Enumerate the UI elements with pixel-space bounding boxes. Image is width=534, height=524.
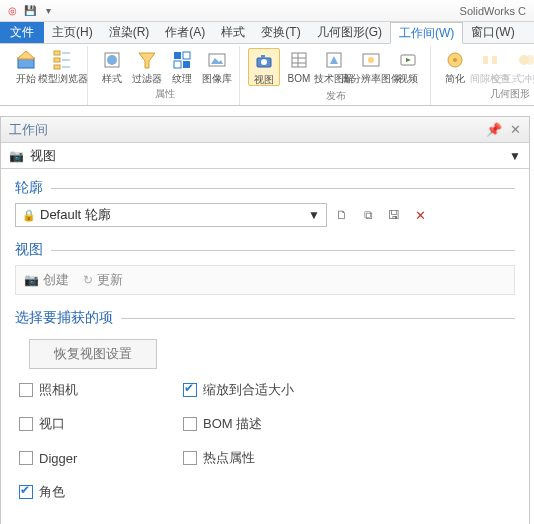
svg-marker-10: [139, 53, 155, 68]
ribbon-btn-model-browser[interactable]: 模型浏览器: [45, 48, 81, 84]
view-create-label: 创建: [43, 271, 69, 289]
menu-render[interactable]: 渲染(R): [101, 22, 158, 43]
svg-rect-13: [174, 61, 181, 68]
ribbon-btn-gallery[interactable]: 图像库: [201, 48, 233, 84]
section-capture-title: 选择要捕获的项: [15, 309, 113, 327]
tech-icon: [322, 48, 346, 72]
simplify-icon: [443, 48, 467, 72]
menu-home[interactable]: 主页(H): [44, 22, 101, 43]
gap-icon: [478, 48, 502, 72]
check-camera[interactable]: 照相机: [19, 381, 169, 399]
view-update-button[interactable]: ↻ 更新: [83, 271, 123, 289]
panel-mode-dropdown[interactable]: 📷 视图 ▼: [1, 143, 529, 169]
viewport-checkbox[interactable]: [19, 417, 33, 431]
svg-rect-20: [292, 53, 306, 67]
ribbon-btn-bom[interactable]: BOM: [283, 48, 315, 86]
workshop-panel: 工作间 📌 ✕ 📷 视图 ▼ 轮廓 🔒 Default 轮廓 ▼ 🗋 ⧉: [0, 116, 530, 524]
restore-view-button[interactable]: 恢复视图设置: [29, 339, 157, 369]
ribbon-group-publish: 视图 BOM 技术图解 高分辨率图像 视频 发布: [242, 46, 431, 105]
ribbon-btn-texture[interactable]: 纹理: [166, 48, 198, 84]
menu-author[interactable]: 作者(A): [157, 22, 213, 43]
bom-icon: [287, 48, 311, 72]
ribbon-group-title: 几何图形: [490, 87, 530, 101]
svg-point-27: [368, 57, 374, 63]
outline-select[interactable]: 🔒 Default 轮廓 ▼: [15, 203, 327, 227]
app-icon[interactable]: ◎: [4, 3, 20, 19]
qat-save-icon[interactable]: 💾: [22, 3, 38, 19]
style-icon: [100, 48, 124, 72]
color-checkbox[interactable]: [19, 485, 33, 499]
bom-desc-checkbox[interactable]: [183, 417, 197, 431]
camera-icon: 📷: [9, 149, 24, 163]
svg-rect-4: [54, 65, 60, 69]
camera-checkbox[interactable]: [19, 383, 33, 397]
svg-rect-33: [492, 56, 497, 64]
ribbon-btn-style[interactable]: 样式: [96, 48, 128, 84]
ribbon: 开始 模型浏览器 样式 过滤器 纹理 图: [0, 44, 534, 106]
svg-marker-1: [17, 51, 35, 59]
home-icon: [14, 48, 38, 72]
ribbon-btn-view[interactable]: 视图: [248, 48, 280, 86]
svg-marker-25: [330, 56, 338, 64]
digger-checkbox[interactable]: [19, 451, 33, 465]
check-color[interactable]: 角色: [19, 483, 169, 501]
svg-point-9: [107, 55, 117, 65]
delete-icon[interactable]: ✕: [409, 204, 431, 226]
svg-rect-14: [183, 61, 190, 68]
title-bar: ◎ 💾 ▾ SolidWorks C: [0, 0, 534, 22]
panel-title: 工作间: [9, 121, 48, 139]
ribbon-btn-hires[interactable]: 高分辨率图像: [353, 48, 389, 86]
outline-selected-text: Default 轮廓: [40, 206, 308, 224]
section-view: 视图 📷 创建 ↻ 更新: [15, 241, 515, 295]
svg-rect-2: [54, 51, 60, 55]
divider: [121, 318, 515, 319]
menu-geometry[interactable]: 几何图形(G): [309, 22, 390, 43]
ribbon-btn-filter[interactable]: 过滤器: [131, 48, 163, 84]
section-outline: 轮廓 🔒 Default 轮廓 ▼ 🗋 ⧉ 🖫 ✕: [15, 179, 515, 227]
pin-icon[interactable]: 📌: [486, 122, 502, 137]
chevron-down-icon: ▼: [509, 149, 521, 163]
panel-body: 轮廓 🔒 Default 轮廓 ▼ 🗋 ⧉ 🖫 ✕ 视图: [1, 169, 529, 524]
ribbon-group-properties: 样式 过滤器 纹理 图像库 属性: [90, 46, 240, 105]
ribbon-group-title: 发布: [326, 89, 346, 103]
hotspot-checkbox[interactable]: [183, 451, 197, 465]
svg-point-18: [261, 59, 267, 65]
panel-header: 工作间 📌 ✕: [1, 117, 529, 143]
section-outline-title: 轮廓: [15, 179, 43, 197]
menu-style[interactable]: 样式: [213, 22, 253, 43]
ribbon-btn-collision[interactable]: 交互式冲突检测: [509, 48, 534, 84]
video-icon: [396, 48, 420, 72]
menu-file[interactable]: 文件: [0, 22, 44, 43]
check-bom-desc[interactable]: BOM 描述: [183, 415, 515, 433]
section-capture: 选择要捕获的项 恢复视图设置 照相机 缩放到合适大小 视口 BOM 描述 Dig…: [15, 309, 515, 501]
collision-icon: [515, 48, 534, 72]
view-update-label: 更新: [97, 271, 123, 289]
view-create-button[interactable]: 📷 创建: [24, 271, 69, 289]
texture-icon: [170, 48, 194, 72]
check-digger[interactable]: Digger: [19, 449, 169, 467]
ribbon-btn-video[interactable]: 视频: [392, 48, 424, 86]
app-name: SolidWorks C: [460, 5, 530, 17]
camera-small-icon: 📷: [24, 273, 39, 287]
ribbon-btn-simplify[interactable]: 简化: [439, 48, 471, 84]
ribbon-group-geometry: 简化 间隙检查 交互式冲突检测 路径规划 几何图形: [433, 46, 534, 105]
view-commands: 📷 创建 ↻ 更新: [15, 265, 515, 295]
zoom-fit-checkbox[interactable]: [183, 383, 197, 397]
divider: [51, 188, 515, 189]
close-icon[interactable]: ✕: [510, 122, 521, 137]
copy-icon[interactable]: ⧉: [357, 204, 379, 226]
filter-icon: [135, 48, 159, 72]
menu-workshop[interactable]: 工作间(W): [390, 22, 463, 44]
check-viewport[interactable]: 视口: [19, 415, 169, 433]
check-zoom-fit[interactable]: 缩放到合适大小: [183, 381, 515, 399]
menu-transform[interactable]: 变换(T): [253, 22, 308, 43]
ribbon-group-start: 开始 模型浏览器: [4, 46, 88, 105]
save-small-icon[interactable]: 🖫: [383, 204, 405, 226]
refresh-icon: ↻: [83, 273, 93, 287]
new-page-icon[interactable]: 🗋: [331, 204, 353, 226]
check-hotspot[interactable]: 热点属性: [183, 449, 515, 467]
quick-access-toolbar: ◎ 💾 ▾: [4, 3, 56, 19]
menu-window[interactable]: 窗口(W): [463, 22, 522, 43]
chevron-down-icon: ▼: [308, 208, 320, 222]
qat-more-icon[interactable]: ▾: [40, 3, 56, 19]
